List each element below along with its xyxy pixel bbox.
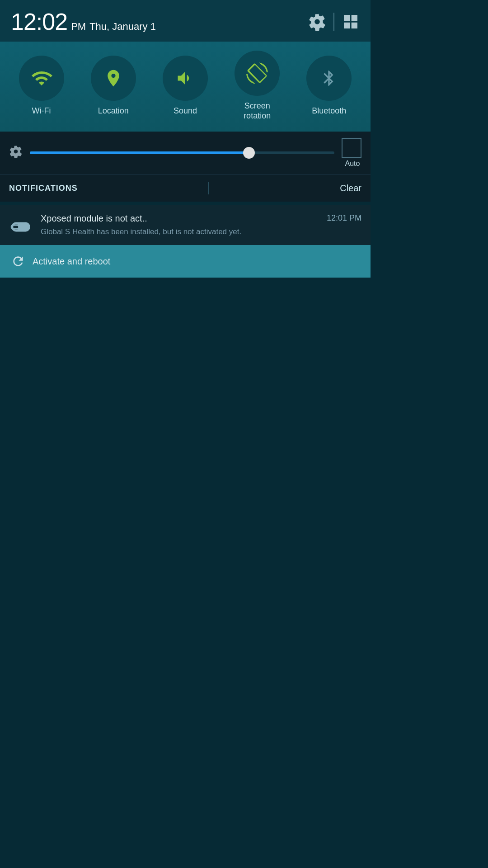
status-bar: 12:02 PM Thu, January 1: [0, 0, 371, 42]
notification-card-xposed: Xposed module is not act.. 12:01 PM Glob…: [0, 205, 371, 278]
xposed-icon: [9, 216, 32, 238]
auto-brightness-label: Auto: [345, 160, 360, 168]
sound-label: Sound: [174, 106, 197, 116]
sound-circle: [163, 56, 208, 101]
location-circle: [91, 56, 136, 101]
clear-notifications-button[interactable]: Clear: [340, 183, 361, 193]
bluetooth-circle: [306, 56, 352, 101]
screen-rotation-circle: [235, 51, 280, 96]
quick-settings-wifi[interactable]: Wi-Fi: [19, 56, 64, 116]
header-divider: [333, 13, 334, 31]
date-display: Thu, January 1: [89, 21, 156, 33]
time-display: 12:02 PM Thu, January 1: [11, 8, 156, 35]
quick-settings-location[interactable]: Location: [91, 56, 136, 116]
empty-background: [0, 278, 371, 549]
screen-rotation-label: Screenrotation: [244, 101, 271, 121]
bluetooth-label: Bluetooth: [312, 106, 346, 116]
notifications-divider: [208, 182, 209, 194]
brightness-slider[interactable]: [30, 151, 334, 154]
brightness-thumb: [243, 147, 255, 159]
auto-brightness-container: Auto: [342, 138, 361, 168]
clock-ampm: PM: [71, 21, 86, 33]
notification-app-icon: [9, 215, 33, 239]
notification-time: 12:01 PM: [327, 213, 361, 223]
location-icon: [103, 68, 123, 88]
brightness-gear-icon[interactable]: [9, 145, 23, 161]
auto-brightness-toggle[interactable]: [342, 138, 361, 158]
quick-settings-sound[interactable]: Sound: [163, 56, 208, 116]
quick-settings-panel: Wi-Fi Location Sound Screenrotation: [0, 42, 371, 132]
settings-icon[interactable]: [308, 13, 326, 31]
notification-top-row: Xposed module is not act.. 12:01 PM Glob…: [9, 213, 361, 239]
gear-icon: [9, 145, 23, 158]
clock-time: 12:02: [11, 8, 67, 35]
notification-title: Xposed module is not act..: [41, 213, 321, 224]
sound-icon: [175, 68, 195, 88]
notifications-header: NOTIFICATIONS Clear: [0, 174, 371, 202]
screen-rotation-icon: [246, 62, 268, 84]
activate-reboot-button[interactable]: Activate and reboot: [0, 245, 371, 278]
refresh-icon: [11, 254, 25, 269]
wifi-label: Wi-Fi: [32, 106, 51, 116]
quick-settings-bluetooth[interactable]: Bluetooth: [306, 56, 352, 116]
status-icons: [308, 13, 360, 31]
bluetooth-icon: [320, 69, 338, 87]
quick-settings-screen-rotation[interactable]: Screenrotation: [235, 51, 280, 121]
notification-body: Global S Health has been installed, but …: [41, 226, 361, 237]
notification-content: Xposed module is not act.. 12:01 PM Glob…: [41, 213, 361, 237]
notification-title-row: Xposed module is not act.. 12:01 PM: [41, 213, 361, 224]
brightness-bar: Auto: [0, 132, 371, 174]
action-label: Activate and reboot: [33, 256, 110, 267]
brightness-fill: [30, 151, 249, 154]
location-label: Location: [98, 106, 129, 116]
wifi-icon: [31, 67, 52, 89]
notifications-title: NOTIFICATIONS: [9, 184, 78, 193]
grid-icon[interactable]: [342, 13, 360, 31]
wifi-circle: [19, 56, 64, 101]
